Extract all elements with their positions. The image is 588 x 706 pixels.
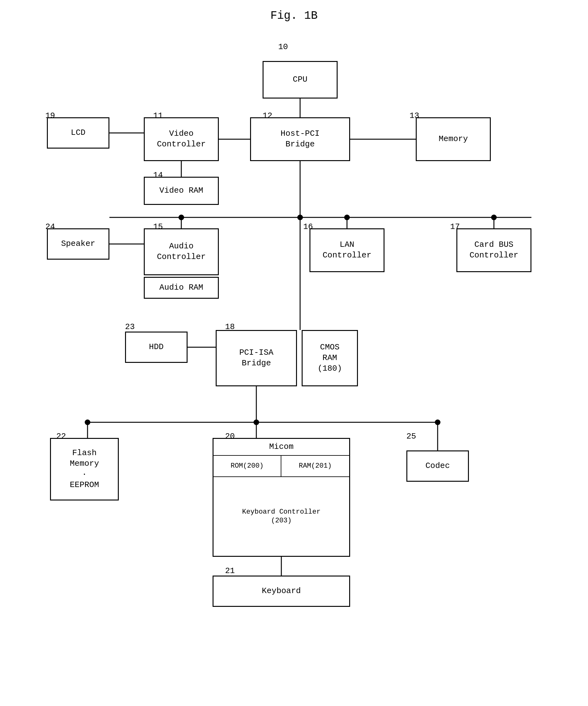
svg-point-13 [491, 214, 497, 220]
micom-node: Micom ROM(200) RAM(201) Keyboard Control… [213, 438, 350, 557]
svg-point-7 [178, 214, 184, 220]
svg-point-21 [254, 420, 259, 425]
speaker-node: Speaker [47, 228, 110, 260]
lcd-node: LCD [47, 117, 110, 149]
cpu-node: CPU [262, 61, 338, 99]
cmos-ram-node: CMOSRAM(180) [302, 330, 358, 386]
keyboard-node: Keyboard [213, 576, 350, 607]
figure-title: Fig. 1B [270, 9, 318, 22]
host-pci-node: Host-PCIBridge [250, 117, 350, 161]
flash-memory-node: FlashMemory·EEPROM [50, 438, 119, 501]
label-25: 25 [406, 432, 416, 441]
memory-node: Memory [416, 117, 491, 161]
svg-point-19 [85, 420, 90, 425]
card-bus-node: Card BUSController [456, 228, 532, 272]
video-ram-node: Video RAM [144, 177, 219, 205]
svg-point-23 [435, 420, 440, 425]
label-21: 21 [225, 566, 235, 576]
svg-point-11 [344, 214, 350, 220]
lan-controller-node: LANController [309, 228, 384, 272]
audio-controller-node: AudioController [144, 228, 219, 275]
video-controller-node: VideoController [144, 117, 219, 161]
pci-isa-node: PCI-ISABridge [216, 330, 297, 386]
label-10: 10 [278, 42, 288, 52]
diagram-container: Fig. 1B 10 CPU 12 13 11 19 14 15 24 26 1… [0, 0, 588, 706]
label-23: 23 [125, 322, 135, 331]
svg-point-10 [297, 214, 303, 220]
hdd-node: HDD [125, 331, 187, 363]
audio-ram-node: Audio RAM [144, 277, 219, 299]
codec-node: Codec [406, 450, 469, 482]
